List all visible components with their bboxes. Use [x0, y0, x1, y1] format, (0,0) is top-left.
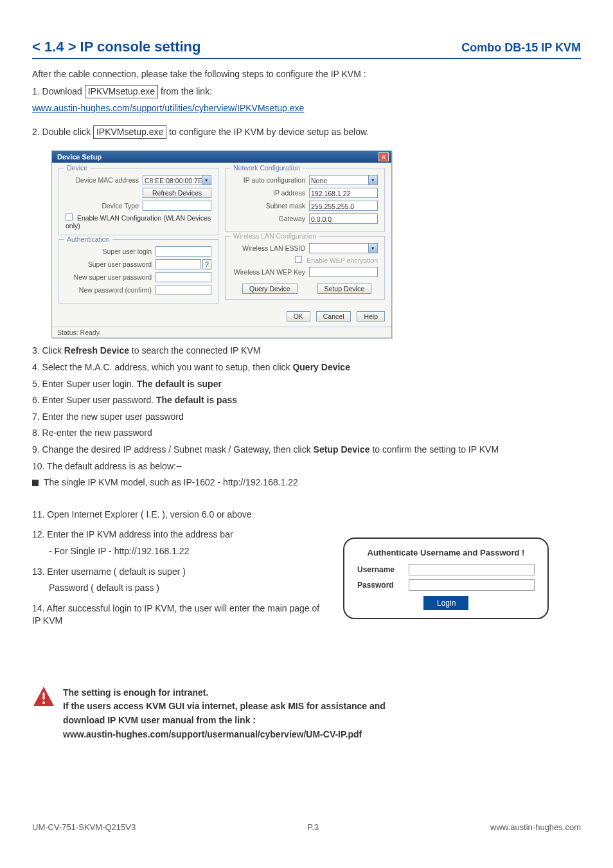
- device-setup-dialog: Device Setup × Device Device MAC address…: [51, 150, 392, 338]
- close-icon[interactable]: ×: [378, 152, 389, 161]
- device-legend: Device: [64, 164, 90, 172]
- newpass-field[interactable]: [155, 272, 211, 282]
- login-button[interactable]: Login: [423, 596, 468, 610]
- steps-3-10: 3. Click Refresh Device to search the co…: [32, 345, 581, 489]
- warning-block: The setting is enough for intranet. If t…: [32, 685, 581, 742]
- wlan-legend: Wireless LAN Configuration: [231, 232, 319, 240]
- wep-checkbox: [295, 256, 302, 263]
- download-link[interactable]: www.austin-hughes.com/support/utilities/…: [32, 103, 304, 113]
- wepkey-label: Wireless LAN WEP Key: [232, 268, 309, 276]
- svg-rect-2: [43, 692, 45, 700]
- warning-icon: [32, 685, 55, 709]
- essid-label: Wireless LAN ESSID: [232, 244, 309, 252]
- step-1: 1. Download IPKVMsetup.exe from the link…: [32, 85, 581, 99]
- step-2: 2. Double click IPKVMsetup.exe to config…: [32, 125, 581, 140]
- wepkey-field: [309, 267, 378, 277]
- refresh-devices-button[interactable]: Refresh Devices: [143, 188, 211, 198]
- device-type-field: [143, 201, 211, 211]
- gw-label: Gateway: [232, 215, 309, 222]
- product-title: Combo DB-15 IP KVM: [461, 41, 581, 55]
- setup-device-button[interactable]: Setup Device: [317, 284, 371, 294]
- essid-select: ▾: [309, 243, 378, 253]
- square-bullet-icon: [32, 480, 39, 486]
- mac-label: Device MAC address: [66, 176, 143, 184]
- site-url: www.austin-hughes.com: [490, 822, 581, 832]
- device-type-label: Device Type: [66, 202, 143, 210]
- login-label: Super user login: [66, 248, 155, 255]
- dialog-title: Device Setup: [57, 153, 102, 161]
- login-title: Authenticate Username and Password !: [357, 548, 535, 557]
- mask-field[interactable]: 255.255.255.0: [309, 201, 378, 211]
- help-icon[interactable]: ?: [202, 259, 211, 269]
- chevron-down-icon[interactable]: ▾: [368, 176, 377, 185]
- page-number: P.3: [307, 822, 319, 832]
- mask-label: Subnet mask: [232, 202, 309, 210]
- exe-box-1: IPKVMsetup.exe: [85, 85, 158, 99]
- chevron-down-icon: ▾: [368, 244, 377, 253]
- query-device-button[interactable]: Query Device: [242, 284, 298, 294]
- pass-field[interactable]: [155, 259, 201, 269]
- chevron-down-icon[interactable]: ▾: [202, 176, 211, 185]
- confirm-field[interactable]: [155, 285, 211, 295]
- intro: After the cable connection, please take …: [32, 68, 581, 81]
- wep-label: Enable WEP encryption: [306, 257, 378, 264]
- confirm-label: New password (confirm): [66, 286, 155, 294]
- ok-button[interactable]: OK: [287, 311, 310, 321]
- ip-field[interactable]: 192.168.1.22: [309, 188, 378, 198]
- page-footer: UM-CV-751-SKVM-Q215V3 P.3 www.austin-hug…: [32, 822, 581, 832]
- cancel-button[interactable]: Cancel: [316, 311, 351, 321]
- newpass-label: New super user password: [66, 273, 155, 281]
- exe-box-2: IPKVMsetup.exe: [93, 125, 166, 140]
- wlan-checkbox-label: Enable WLAN Configuration (WLAN Devices …: [66, 214, 211, 230]
- auth-legend: Authentication: [64, 235, 112, 243]
- steps-11-14: 11. Open Internet Explorer ( I.E. ), ver…: [32, 509, 328, 628]
- net-legend: Network Configuration: [231, 164, 303, 172]
- svg-point-1: [42, 701, 45, 704]
- pass-label: Super user password: [66, 260, 155, 268]
- help-button[interactable]: Help: [357, 311, 385, 321]
- section-title: < 1.4 > IP console setting: [32, 39, 200, 55]
- gw-field[interactable]: 0.0.0.0: [309, 213, 378, 224]
- username-field[interactable]: [409, 564, 535, 575]
- ipauto-select[interactable]: None▾: [309, 175, 378, 185]
- ip-label: IP address: [232, 189, 309, 197]
- login-panel: Authenticate Username and Password ! Use…: [343, 538, 549, 619]
- mac-select[interactable]: C8:EE:08:00:00:7E ▾: [143, 175, 211, 185]
- password-field[interactable]: [409, 579, 535, 591]
- wlan-checkbox[interactable]: [66, 213, 73, 221]
- doc-id: UM-CV-751-SKVM-Q215V3: [32, 822, 136, 832]
- status-bar: Status: Ready.: [52, 327, 391, 338]
- password-label: Password: [357, 581, 409, 590]
- username-label: Username: [357, 565, 409, 574]
- ipauto-label: IP auto configuration: [232, 176, 309, 184]
- login-field[interactable]: [155, 246, 211, 257]
